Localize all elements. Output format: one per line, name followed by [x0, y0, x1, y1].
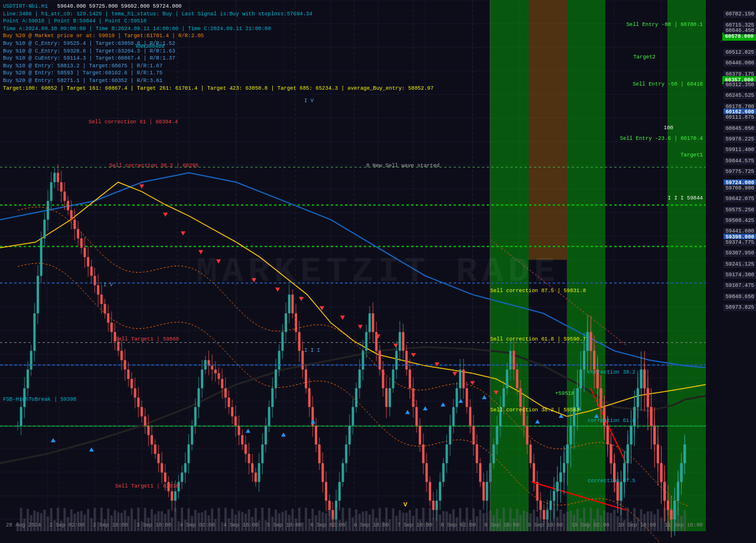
main-chart [0, 0, 756, 543]
chart-container: MARKETZIT RADE USDTIRT-Nbi.H1 59640.000 … [0, 0, 756, 543]
